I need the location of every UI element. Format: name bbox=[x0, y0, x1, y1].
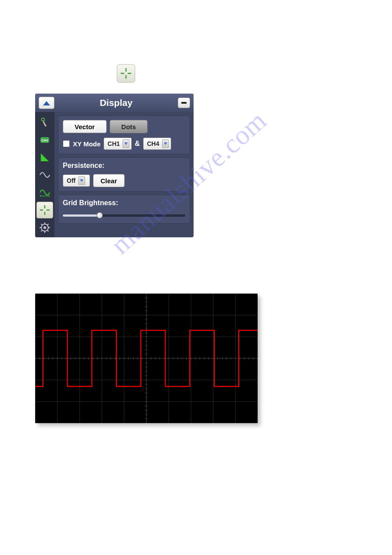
svg-rect-90 bbox=[38, 358, 39, 359]
svg-rect-224 bbox=[124, 357, 124, 360]
svg-rect-202 bbox=[145, 302, 148, 302]
svg-rect-191 bbox=[145, 349, 148, 350]
svg-rect-252 bbox=[248, 357, 249, 360]
svg-rect-216 bbox=[88, 357, 89, 360]
svg-rect-46 bbox=[146, 312, 147, 313]
svg-rect-232 bbox=[159, 357, 160, 360]
home-button[interactable] bbox=[39, 97, 54, 109]
brightness-slider[interactable] bbox=[63, 211, 185, 219]
svg-rect-248 bbox=[231, 357, 231, 360]
collapse-button[interactable] bbox=[178, 98, 190, 108]
tab-gear[interactable] bbox=[36, 219, 53, 236]
svg-rect-137 bbox=[162, 358, 163, 359]
svg-rect-223 bbox=[119, 357, 120, 360]
svg-rect-49 bbox=[146, 320, 147, 321]
svg-rect-214 bbox=[79, 357, 80, 360]
tab-sine-measure[interactable] bbox=[36, 184, 53, 201]
svg-rect-204 bbox=[35, 357, 36, 360]
svg-rect-251 bbox=[244, 357, 245, 360]
svg-rect-188 bbox=[145, 363, 148, 363]
svg-rect-118 bbox=[111, 358, 113, 359]
svg-rect-253 bbox=[253, 357, 253, 360]
tab-touch[interactable] bbox=[36, 114, 53, 131]
svg-rect-239 bbox=[191, 357, 191, 360]
svg-rect-44 bbox=[146, 307, 147, 308]
svg-rect-103 bbox=[72, 358, 73, 359]
persistence-section: Persistence: Off Clear bbox=[58, 157, 190, 192]
svg-rect-133 bbox=[151, 358, 152, 359]
svg-rect-159 bbox=[219, 358, 221, 359]
svg-rect-205 bbox=[40, 357, 40, 360]
tab-ch1[interactable]: CH1 bbox=[36, 131, 53, 148]
svg-rect-187 bbox=[145, 367, 148, 367]
svg-rect-179 bbox=[145, 401, 148, 402]
svg-rect-125 bbox=[130, 358, 131, 359]
dots-button[interactable]: Dots bbox=[110, 120, 147, 133]
amp-label: & bbox=[135, 140, 140, 148]
svg-rect-100 bbox=[64, 358, 65, 359]
persistence-value: Off bbox=[67, 177, 76, 184]
svg-rect-247 bbox=[227, 357, 227, 360]
persistence-select[interactable]: Off bbox=[63, 174, 90, 187]
svg-rect-87 bbox=[146, 420, 147, 421]
svg-rect-234 bbox=[169, 357, 169, 360]
svg-rect-225 bbox=[128, 357, 129, 360]
svg-rect-127 bbox=[135, 358, 137, 359]
vector-button[interactable]: Vector bbox=[63, 120, 107, 133]
svg-rect-227 bbox=[137, 357, 138, 360]
svg-rect-80 bbox=[146, 402, 147, 403]
panel-header: Display bbox=[35, 94, 194, 112]
svg-rect-235 bbox=[173, 357, 173, 360]
svg-rect-40 bbox=[146, 296, 147, 297]
svg-rect-149 bbox=[193, 358, 194, 359]
svg-rect-244 bbox=[213, 357, 213, 360]
svg-rect-172 bbox=[254, 358, 255, 359]
panel-main: Vector Dots XY Mode CH1 & CH4 bbox=[54, 112, 194, 237]
svg-rect-76 bbox=[146, 391, 147, 392]
svg-rect-198 bbox=[145, 319, 148, 320]
tab-triangle[interactable] bbox=[36, 149, 53, 166]
svg-rect-54 bbox=[146, 333, 147, 334]
svg-rect-108 bbox=[85, 358, 86, 359]
display-panel: Display CH1 bbox=[35, 94, 194, 237]
svg-rect-145 bbox=[183, 358, 184, 359]
svg-rect-184 bbox=[145, 380, 148, 380]
crosshair-icon bbox=[117, 64, 135, 83]
svg-rect-105 bbox=[77, 358, 79, 359]
svg-rect-161 bbox=[225, 358, 226, 359]
svg-rect-229 bbox=[146, 357, 147, 360]
svg-rect-186 bbox=[145, 371, 148, 372]
svg-rect-151 bbox=[198, 358, 200, 359]
svg-rect-144 bbox=[180, 358, 181, 359]
xy-channel-b-value: CH4 bbox=[147, 140, 159, 147]
svg-rect-233 bbox=[164, 357, 165, 360]
svg-rect-182 bbox=[145, 388, 148, 389]
svg-rect-221 bbox=[111, 357, 111, 360]
xy-channel-a-select[interactable]: CH1 bbox=[104, 138, 132, 150]
svg-rect-135 bbox=[156, 358, 158, 359]
svg-rect-113 bbox=[98, 358, 100, 359]
svg-rect-39 bbox=[146, 294, 147, 295]
svg-rect-192 bbox=[145, 345, 148, 346]
svg-rect-195 bbox=[145, 332, 148, 333]
svg-rect-200 bbox=[145, 311, 148, 311]
chevron-down-icon bbox=[162, 139, 169, 148]
xy-mode-checkbox[interactable] bbox=[63, 140, 70, 147]
svg-rect-72 bbox=[146, 381, 147, 382]
svg-rect-123 bbox=[125, 358, 126, 359]
svg-rect-193 bbox=[145, 341, 148, 341]
svg-rect-71 bbox=[146, 378, 147, 379]
tab-crosshair[interactable] bbox=[36, 202, 53, 218]
svg-rect-112 bbox=[96, 358, 97, 359]
clear-button[interactable]: Clear bbox=[93, 174, 125, 187]
svg-rect-178 bbox=[145, 406, 148, 406]
svg-rect-196 bbox=[145, 328, 148, 328]
svg-rect-56 bbox=[146, 338, 147, 340]
persistence-title: Persistence: bbox=[63, 162, 185, 170]
xy-channel-b-select[interactable]: CH4 bbox=[143, 138, 171, 150]
panel-title: Display bbox=[54, 98, 178, 108]
tab-sine[interactable] bbox=[36, 167, 53, 183]
svg-rect-236 bbox=[177, 357, 178, 360]
svg-rect-61 bbox=[146, 352, 147, 353]
svg-rect-180 bbox=[145, 397, 148, 398]
